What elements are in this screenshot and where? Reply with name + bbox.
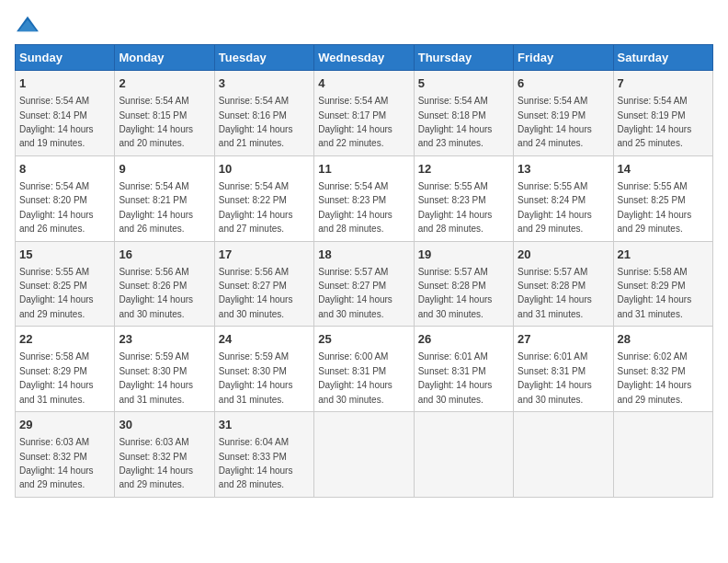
calendar-cell: [613, 412, 712, 498]
sunset-info: Sunset: 8:25 PM: [19, 281, 87, 291]
daylight-info: Daylight: 14 hours and 30 minutes.: [318, 294, 392, 318]
sunset-info: Sunset: 8:32 PM: [19, 452, 87, 462]
calendar-cell: 7 Sunrise: 5:54 AM Sunset: 8:19 PM Dayli…: [613, 71, 712, 156]
daylight-info: Daylight: 14 hours and 24 minutes.: [518, 124, 592, 148]
sunset-info: Sunset: 8:27 PM: [318, 281, 386, 291]
daylight-info: Daylight: 14 hours and 25 minutes.: [618, 124, 692, 148]
calendar-week-row: 29 Sunrise: 6:03 AM Sunset: 8:32 PM Dayl…: [16, 412, 713, 498]
day-number: 16: [119, 247, 210, 263]
day-number: 28: [618, 331, 709, 348]
day-number: 4: [318, 75, 409, 92]
calendar-cell: 9 Sunrise: 5:54 AM Sunset: 8:21 PM Dayli…: [115, 155, 214, 241]
sunset-info: Sunset: 8:18 PM: [418, 110, 486, 121]
day-number: 6: [518, 75, 609, 92]
daylight-info: Daylight: 14 hours and 30 minutes.: [219, 294, 293, 318]
day-number: 25: [318, 331, 409, 348]
calendar-cell: 22 Sunrise: 5:58 AM Sunset: 8:29 PM Dayl…: [16, 327, 115, 412]
daylight-info: Daylight: 14 hours and 26 minutes.: [119, 210, 193, 234]
daylight-info: Daylight: 14 hours and 31 minutes.: [19, 380, 94, 404]
day-number: 1: [19, 75, 110, 92]
day-number: 18: [318, 247, 409, 263]
sunset-info: Sunset: 8:21 PM: [119, 195, 187, 205]
sunrise-info: Sunrise: 5:54 AM: [418, 96, 488, 106]
daylight-info: Daylight: 14 hours and 30 minutes.: [518, 380, 592, 404]
sunrise-info: Sunrise: 5:54 AM: [219, 181, 289, 191]
calendar-cell: 5 Sunrise: 5:54 AM Sunset: 8:18 PM Dayli…: [414, 71, 513, 156]
sunset-info: Sunset: 8:31 PM: [318, 366, 386, 376]
sunset-info: Sunset: 8:17 PM: [318, 110, 386, 121]
sunset-info: Sunset: 8:31 PM: [518, 366, 586, 376]
calendar-cell: 30 Sunrise: 6:03 AM Sunset: 8:32 PM Dayl…: [115, 412, 214, 498]
calendar-cell: 11 Sunrise: 5:54 AM Sunset: 8:23 PM Dayl…: [314, 155, 414, 241]
sunrise-info: Sunrise: 6:03 AM: [119, 437, 188, 447]
calendar-week-row: 1 Sunrise: 5:54 AM Sunset: 8:14 PM Dayli…: [16, 71, 713, 156]
daylight-info: Daylight: 14 hours and 21 minutes.: [219, 124, 293, 148]
calendar-cell: [514, 412, 613, 498]
day-number: 27: [518, 331, 609, 348]
day-number: 20: [518, 247, 609, 263]
daylight-info: Daylight: 14 hours and 28 minutes.: [318, 210, 392, 234]
sunset-info: Sunset: 8:32 PM: [618, 366, 686, 376]
sunrise-info: Sunrise: 5:54 AM: [19, 96, 89, 106]
calendar-cell: 17 Sunrise: 5:56 AM Sunset: 8:27 PM Dayl…: [214, 241, 313, 327]
calendar-cell: 29 Sunrise: 6:03 AM Sunset: 8:32 PM Dayl…: [16, 412, 115, 498]
sunset-info: Sunset: 8:29 PM: [618, 281, 686, 291]
sunrise-info: Sunrise: 6:04 AM: [219, 437, 289, 447]
sunrise-info: Sunrise: 5:55 AM: [618, 181, 688, 191]
day-number: 9: [119, 161, 210, 178]
daylight-info: Daylight: 14 hours and 29 minutes.: [119, 465, 193, 489]
day-number: 3: [219, 75, 310, 92]
sunset-info: Sunset: 8:26 PM: [119, 281, 187, 291]
calendar-cell: 16 Sunrise: 5:56 AM Sunset: 8:26 PM Dayl…: [115, 241, 214, 327]
header-thursday: Thursday: [414, 45, 513, 71]
day-number: 26: [418, 331, 509, 348]
calendar-cell: 28 Sunrise: 6:02 AM Sunset: 8:32 PM Dayl…: [613, 327, 712, 412]
sunrise-info: Sunrise: 5:58 AM: [618, 267, 688, 277]
daylight-info: Daylight: 14 hours and 31 minutes.: [518, 294, 592, 318]
day-number: 24: [219, 331, 310, 348]
daylight-info: Daylight: 14 hours and 28 minutes.: [219, 465, 293, 489]
sunset-info: Sunset: 8:23 PM: [418, 195, 486, 205]
day-number: 7: [618, 75, 709, 92]
daylight-info: Daylight: 14 hours and 30 minutes.: [119, 294, 193, 318]
sunset-info: Sunset: 8:24 PM: [518, 195, 586, 205]
daylight-info: Daylight: 14 hours and 31 minutes.: [219, 380, 293, 404]
day-number: 31: [219, 417, 310, 433]
calendar-body: 1 Sunrise: 5:54 AM Sunset: 8:14 PM Dayli…: [16, 71, 713, 498]
sunrise-info: Sunrise: 6:02 AM: [618, 351, 688, 362]
daylight-info: Daylight: 14 hours and 27 minutes.: [219, 210, 293, 234]
sunset-info: Sunset: 8:19 PM: [618, 110, 686, 121]
day-number: 21: [618, 247, 709, 263]
daylight-info: Daylight: 14 hours and 26 minutes.: [19, 210, 94, 234]
sunrise-info: Sunrise: 5:57 AM: [418, 267, 488, 277]
header-saturday: Saturday: [613, 45, 712, 71]
calendar-cell: 26 Sunrise: 6:01 AM Sunset: 8:31 PM Dayl…: [414, 327, 513, 412]
daylight-info: Daylight: 14 hours and 30 minutes.: [318, 380, 392, 404]
sunrise-info: Sunrise: 5:55 AM: [418, 181, 488, 191]
sunset-info: Sunset: 8:22 PM: [219, 195, 287, 205]
daylight-info: Daylight: 14 hours and 29 minutes.: [19, 294, 94, 318]
day-number: 11: [318, 161, 409, 178]
sunset-info: Sunset: 8:33 PM: [219, 452, 287, 462]
sunrise-info: Sunrise: 5:54 AM: [518, 96, 587, 106]
daylight-info: Daylight: 14 hours and 30 minutes.: [418, 380, 493, 404]
daylight-info: Daylight: 14 hours and 19 minutes.: [19, 124, 94, 148]
sunset-info: Sunset: 8:30 PM: [119, 366, 187, 376]
day-number: 22: [19, 331, 110, 348]
daylight-info: Daylight: 14 hours and 22 minutes.: [318, 124, 392, 148]
sunset-info: Sunset: 8:28 PM: [518, 281, 586, 291]
calendar-cell: 1 Sunrise: 5:54 AM Sunset: 8:14 PM Dayli…: [16, 71, 115, 156]
sunrise-info: Sunrise: 5:58 AM: [19, 351, 89, 362]
sunset-info: Sunset: 8:25 PM: [618, 195, 686, 205]
sunrise-info: Sunrise: 6:00 AM: [318, 351, 388, 362]
sunrise-info: Sunrise: 5:56 AM: [119, 267, 188, 277]
sunset-info: Sunset: 8:29 PM: [19, 366, 87, 376]
day-number: 23: [119, 331, 210, 348]
calendar-header-row: SundayMondayTuesdayWednesdayThursdayFrid…: [16, 45, 713, 71]
calendar-cell: 6 Sunrise: 5:54 AM Sunset: 8:19 PM Dayli…: [514, 71, 613, 156]
sunrise-info: Sunrise: 6:01 AM: [518, 351, 587, 362]
sunrise-info: Sunrise: 5:54 AM: [119, 96, 188, 106]
calendar-week-row: 22 Sunrise: 5:58 AM Sunset: 8:29 PM Dayl…: [16, 327, 713, 412]
daylight-info: Daylight: 14 hours and 31 minutes.: [618, 294, 692, 318]
sunrise-info: Sunrise: 5:59 AM: [219, 351, 289, 362]
